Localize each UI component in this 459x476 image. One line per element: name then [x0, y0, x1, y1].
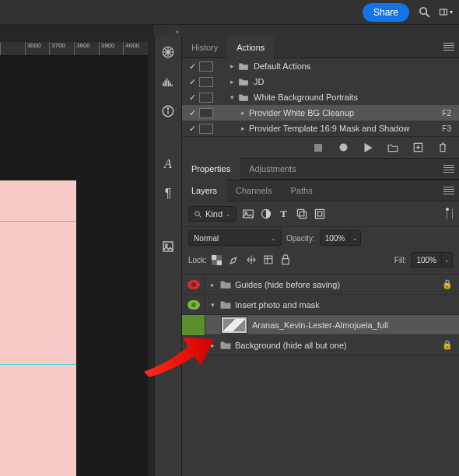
toggle-dialog-icon[interactable] [199, 61, 213, 72]
filter-smartobject-icon[interactable] [313, 208, 326, 221]
filter-kind-label: Kind [205, 209, 222, 219]
visibility-toggle[interactable] [182, 275, 205, 295]
layer-row[interactable]: ▾ Insert photo and mask [182, 295, 459, 315]
folder-icon [219, 299, 232, 310]
lock-artboard-icon[interactable] [263, 254, 274, 265]
blend-mode-value: Normal [194, 234, 219, 243]
ruler-tick: 3600 [25, 42, 50, 56]
action-set-row[interactable]: ✓ JD [182, 74, 459, 89]
visibility-toggle[interactable] [182, 335, 205, 355]
chevron-down-icon[interactable]: ⌄ [441, 253, 452, 267]
visibility-toggle[interactable] [182, 295, 205, 315]
libraries-panel-icon[interactable] [160, 239, 176, 254]
ruler-tick: 3900 [99, 42, 124, 56]
disclosure-icon[interactable] [238, 109, 247, 117]
svg-rect-33 [212, 260, 217, 265]
panel-menu-icon[interactable] [443, 165, 454, 173]
stop-icon[interactable] [313, 142, 324, 153]
filter-adjustment-icon[interactable] [259, 208, 272, 221]
svg-rect-28 [315, 209, 324, 218]
collapse-panels-icon[interactable]: ›› [166, 28, 178, 36]
svg-rect-35 [282, 259, 289, 264]
action-set-row[interactable]: ✓ White Background Portraits [182, 89, 459, 105]
eye-icon [187, 341, 200, 350]
action-item-row[interactable]: ✓ Provider White BG Cleanup F2 [182, 105, 459, 121]
toggle-check-icon[interactable]: ✓ [185, 108, 199, 118]
blend-mode-select[interactable]: Normal ⌄ [188, 230, 282, 246]
guide-line[interactable] [0, 364, 76, 365]
disclosure-icon[interactable] [227, 62, 237, 70]
filter-shape-icon[interactable] [295, 208, 308, 221]
filter-kind-select[interactable]: Kind ⌄ [188, 206, 237, 222]
collapsed-panel-dock: A ¶ [154, 37, 182, 476]
toggle-check-icon[interactable]: ✓ [185, 124, 199, 134]
disclosure-icon[interactable]: ▾ [208, 301, 216, 309]
histogram-panel-icon[interactable] [160, 74, 176, 89]
navigator-panel-icon[interactable] [160, 44, 176, 60]
panel-menu-icon[interactable] [443, 43, 454, 51]
layers-list: ▸ Guides (hide before saving) 🔒 ▾ Insert… [182, 275, 459, 355]
tab-history[interactable]: History [182, 37, 227, 58]
character-panel-icon[interactable]: A [160, 156, 176, 172]
action-label: Provider White BG Cleanup [249, 108, 442, 117]
lock-pixels-icon[interactable] [229, 254, 240, 265]
toggle-dialog-icon[interactable] [199, 77, 213, 87]
workspace-switcher-icon[interactable]: ▾ [439, 5, 453, 19]
svg-rect-27 [300, 212, 306, 218]
toggle-check-icon[interactable]: ✓ [185, 93, 199, 103]
lock-position-icon[interactable] [246, 254, 257, 265]
disclosure-icon[interactable] [227, 78, 237, 86]
toggle-dialog-icon[interactable] [199, 124, 213, 134]
lock-transparency-icon[interactable] [212, 254, 222, 265]
svg-rect-2 [440, 9, 447, 15]
tab-actions[interactable]: Actions [227, 37, 274, 58]
visibility-toggle[interactable] [182, 315, 205, 335]
layer-row[interactable]: ▸ Guides (hide before saving) 🔒 [182, 275, 459, 295]
toggle-check-icon[interactable]: ✓ [185, 77, 199, 87]
paragraph-panel-icon[interactable]: ¶ [160, 186, 176, 201]
ruler-tick: 3800 [74, 42, 99, 56]
svg-rect-29 [317, 212, 322, 216]
fill-input[interactable]: 100% ⌄ [411, 252, 453, 268]
disclosure-icon[interactable] [227, 93, 237, 101]
info-panel-icon[interactable] [160, 103, 176, 119]
filter-pixel-icon[interactable] [241, 208, 254, 221]
tab-channels[interactable]: Channels [226, 180, 281, 201]
play-icon[interactable] [363, 142, 373, 153]
ruler-tick: 4000 [123, 42, 148, 56]
opacity-input[interactable]: 100% ⌄ [320, 230, 362, 246]
tab-adjustments[interactable]: Adjustments [240, 158, 306, 180]
toggle-dialog-icon[interactable] [199, 108, 213, 118]
disclosure-icon[interactable]: ▸ [208, 281, 216, 289]
trash-icon[interactable] [437, 142, 448, 153]
share-button[interactable]: Share [363, 3, 409, 22]
search-icon[interactable] [417, 5, 431, 19]
lock-all-icon[interactable] [280, 254, 291, 265]
layer-row[interactable]: ▸ Background (hide all but one) 🔒 [182, 335, 459, 355]
guide-line[interactable] [0, 221, 76, 222]
layer-filter-bar: Kind ⌄ T [182, 201, 459, 227]
layer-row[interactable]: Aranas_Kevin-Lester-Almojuela_full [182, 315, 459, 335]
chevron-down-icon[interactable]: ⌄ [349, 231, 360, 245]
toggle-check-icon[interactable]: ✓ [185, 61, 199, 72]
tab-layers[interactable]: Layers [182, 180, 226, 201]
action-set-row[interactable]: ✓ Default Actions [182, 58, 459, 74]
document-content[interactable] [0, 180, 76, 476]
record-icon[interactable] [338, 142, 349, 153]
tab-paths[interactable]: Paths [282, 180, 322, 201]
svg-point-15 [165, 244, 167, 247]
action-label: JD [254, 77, 459, 86]
filter-toggle-switch[interactable] [447, 208, 453, 219]
filter-type-icon[interactable]: T [277, 208, 290, 221]
lock-label: Lock: [188, 256, 207, 264]
action-label: Provider Template 16:9 Mask and Shadow [249, 124, 442, 133]
svg-rect-10 [172, 85, 173, 86]
disclosure-icon[interactable]: ▸ [208, 341, 216, 349]
tab-properties[interactable]: Properties [182, 158, 240, 180]
toggle-dialog-icon[interactable] [199, 93, 213, 103]
panel-menu-icon[interactable] [443, 187, 454, 194]
disclosure-icon[interactable] [238, 124, 247, 132]
new-set-icon[interactable] [387, 142, 398, 153]
action-item-row[interactable]: ✓ Provider Template 16:9 Mask and Shadow… [182, 121, 459, 136]
new-action-icon[interactable] [412, 142, 423, 153]
